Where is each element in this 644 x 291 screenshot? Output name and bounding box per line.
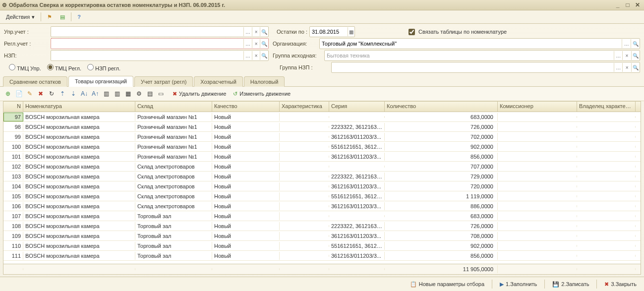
table-row[interactable]: 108BOSCH морозильная камераТорговый залН…: [3, 221, 641, 231]
sort-desc-icon[interactable]: A↑: [90, 89, 100, 99]
th-owner[interactable]: Владелец характери...: [577, 102, 636, 112]
tab-tax[interactable]: Налоговый: [244, 76, 285, 87]
delete-icon[interactable]: ✖: [36, 89, 46, 99]
radio-nzp-regl[interactable]: НЗП регл.: [87, 64, 120, 71]
edit-move-button[interactable]: ↺ Изменить движение: [230, 90, 293, 98]
search-icon[interactable]: 🔍: [260, 27, 268, 36]
group-nzp-field[interactable]: … × 🔍: [331, 62, 640, 73]
tab-org-goods[interactable]: Товары организаций: [68, 76, 133, 87]
filter-off-icon[interactable]: ▥: [112, 89, 122, 99]
clear-button[interactable]: ×: [252, 39, 260, 48]
search-icon[interactable]: 🔍: [260, 39, 268, 48]
table-row[interactable]: 106BOSCH морозильная камераСклад электро…: [3, 201, 641, 211]
close-form-button[interactable]: ✖ 3.Закрыть: [600, 279, 641, 290]
search-icon[interactable]: 🔍: [260, 51, 268, 60]
table-row[interactable]: 99BOSCH морозильная камераРозничный мага…: [3, 132, 641, 142]
link-tables-checkbox[interactable]: Связать таблицы по номенклатуре: [409, 29, 507, 35]
table-row[interactable]: 104BOSCH морозильная камераСклад электро…: [3, 181, 641, 191]
upr-field[interactable]: … × 🔍: [51, 26, 269, 37]
new-filter-params-button[interactable]: 📋 Новые параметры отбора: [406, 279, 489, 290]
flag-icon: ⚑: [47, 14, 52, 20]
refresh-icon[interactable]: ↻: [47, 89, 57, 99]
group-icon[interactable]: ▦: [123, 89, 133, 99]
radio-tmc-regl[interactable]: ТМЦ Регл.: [47, 64, 81, 71]
table-row[interactable]: 103BOSCH морозильная камераСклад электро…: [3, 172, 641, 181]
cell-series: 3612163/011203/3...: [329, 252, 385, 260]
move-up-icon[interactable]: ⇡: [58, 89, 67, 99]
table-row[interactable]: 101BOSCH морозильная камераРозничный маг…: [3, 152, 641, 162]
edit-icon[interactable]: ✎: [25, 89, 35, 99]
org-field[interactable]: … 🔍: [319, 38, 640, 49]
cell-owner: [577, 205, 636, 207]
toolbar-icon-2[interactable]: ▤: [57, 13, 68, 21]
clear-button[interactable]: ×: [622, 51, 631, 60]
th-quality[interactable]: Качество: [212, 102, 280, 112]
tab-hozraschet[interactable]: Хозрасчетный: [194, 76, 243, 87]
link-tables-input[interactable]: [409, 29, 415, 35]
search-icon[interactable]: 🔍: [631, 39, 640, 48]
group-nzp-input[interactable]: [332, 64, 614, 70]
actions-menu[interactable]: Действия ▾: [3, 13, 38, 21]
table-row[interactable]: 111BOSCH морозильная камераТорговый залН…: [3, 251, 641, 261]
table-row[interactable]: 107BOSCH морозильная камераТорговый залН…: [3, 211, 641, 221]
choose-button[interactable]: …: [622, 39, 631, 48]
ostatki-input[interactable]: [310, 29, 348, 35]
th-quantity[interactable]: Количество: [385, 102, 498, 112]
table-row[interactable]: 105BOSCH морозильная камераСклад электро…: [3, 191, 641, 201]
org-input[interactable]: [320, 41, 622, 47]
group-ish-input[interactable]: [325, 53, 614, 58]
filter-icon[interactable]: ▥: [101, 89, 111, 99]
table-row[interactable]: 100BOSCH морозильная камераРозничный маг…: [3, 142, 641, 152]
export-icon[interactable]: ▭: [156, 89, 166, 99]
regl-input[interactable]: [51, 41, 243, 47]
choose-button[interactable]: …: [243, 27, 252, 36]
regl-field[interactable]: … × 🔍: [51, 38, 269, 49]
table-row[interactable]: 110BOSCH морозильная камераТорговый залН…: [3, 241, 641, 251]
add-icon[interactable]: ⊕: [3, 89, 13, 99]
th-nomenclature[interactable]: Номенклатура: [23, 102, 135, 112]
upr-input[interactable]: [51, 29, 243, 35]
choose-button[interactable]: …: [614, 51, 622, 60]
th-n[interactable]: N: [3, 102, 23, 112]
th-characteristic[interactable]: Характеристика: [280, 102, 329, 112]
table-row[interactable]: 109BOSCH морозильная камераТорговый залН…: [3, 231, 641, 241]
columns-icon[interactable]: ▤: [145, 89, 155, 99]
delete-move-button[interactable]: ✖ Удалить движение: [170, 90, 229, 98]
search-icon[interactable]: 🔍: [631, 63, 640, 72]
save-button[interactable]: 💾 2.Записать: [548, 279, 593, 290]
tab-cost-accounting[interactable]: Учет затрат (регл): [134, 76, 193, 87]
close-button[interactable]: ✕: [633, 1, 642, 8]
fill-button[interactable]: ▶ 1.Заполнить: [495, 279, 541, 290]
choose-button[interactable]: …: [614, 63, 622, 72]
choose-button[interactable]: …: [243, 51, 252, 60]
toolbar-icon-1[interactable]: ⚑: [44, 13, 55, 21]
nzp-input[interactable]: [51, 53, 243, 58]
sort-asc-icon[interactable]: A↓: [79, 89, 89, 99]
clear-button[interactable]: ×: [252, 51, 260, 60]
radio-tmc-upr[interactable]: ТМЦ Упр.: [9, 64, 41, 71]
nzp-field[interactable]: … × 🔍: [51, 50, 269, 61]
search-icon[interactable]: 🔍: [631, 51, 640, 60]
maximize-button[interactable]: □: [623, 1, 632, 8]
cell-quality: Новый: [212, 252, 280, 260]
tab-comparison[interactable]: Сравнение остатков: [3, 76, 67, 87]
help-button[interactable]: ?: [74, 13, 84, 21]
minimize-button[interactable]: _: [613, 1, 622, 8]
choose-button[interactable]: …: [243, 39, 252, 48]
move-down-icon[interactable]: ⇣: [68, 89, 78, 99]
table-row[interactable]: 98BOSCH морозильная камераРозничный мага…: [3, 122, 641, 132]
table-row[interactable]: 97BOSCH морозильная камераРозничный мага…: [3, 112, 641, 122]
copy-icon[interactable]: 📄: [14, 89, 24, 99]
calendar-icon[interactable]: ▦: [348, 27, 355, 36]
table-body[interactable]: 97BOSCH морозильная камераРозничный мага…: [3, 112, 641, 264]
th-warehouse[interactable]: Склад: [135, 102, 212, 112]
clear-button[interactable]: ×: [252, 27, 260, 36]
cell-series: 5516121651, 36121...: [329, 242, 385, 250]
table-row[interactable]: 102BOSCH морозильная камераСклад электро…: [3, 162, 641, 172]
ostatki-field[interactable]: ▦: [309, 26, 355, 37]
th-series[interactable]: Серия: [329, 102, 385, 112]
th-commissioner[interactable]: Комиссионер: [498, 102, 577, 112]
group-ish-field[interactable]: … × 🔍: [324, 50, 640, 61]
clear-button[interactable]: ×: [622, 63, 631, 72]
settings-icon[interactable]: ⚙: [134, 89, 144, 99]
